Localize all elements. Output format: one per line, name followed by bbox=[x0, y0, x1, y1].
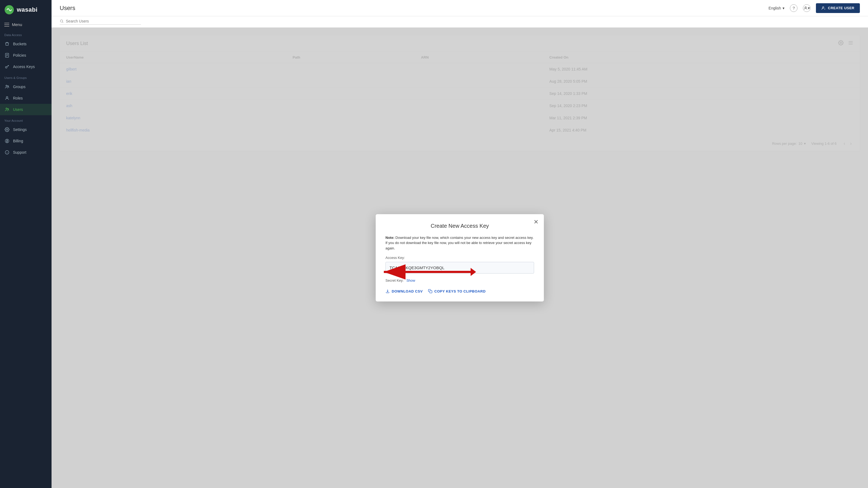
access-key-label: Access Key: bbox=[385, 256, 534, 260]
header-right: English ▾ ? ▾ CREATE USER bbox=[769, 3, 860, 13]
settings-label: Settings bbox=[13, 127, 27, 132]
svg-point-15 bbox=[823, 6, 824, 8]
page-title: Users bbox=[60, 5, 75, 12]
groups-label: Groups bbox=[13, 85, 26, 89]
sidebar-item-settings[interactable]: Settings bbox=[0, 124, 52, 135]
access-keys-label: Access Keys bbox=[13, 65, 35, 69]
roles-label: Roles bbox=[13, 96, 23, 100]
download-csv-button[interactable]: DOWNLOAD CSV bbox=[385, 289, 423, 293]
search-input[interactable] bbox=[66, 19, 141, 23]
modal-note: Note: Download your key file now, which … bbox=[385, 235, 534, 251]
svg-point-7 bbox=[8, 86, 9, 87]
users-label: Users bbox=[13, 107, 23, 112]
toolbar bbox=[52, 16, 868, 28]
access-key-input[interactable] bbox=[385, 262, 534, 273]
roles-icon bbox=[4, 95, 10, 101]
svg-point-16 bbox=[60, 20, 63, 22]
menu-label: Menu bbox=[12, 22, 22, 27]
search-bar[interactable] bbox=[60, 19, 141, 25]
secret-key-row: Secret Key: Show bbox=[385, 279, 534, 283]
bucket-icon bbox=[4, 41, 10, 46]
svg-point-5 bbox=[5, 66, 7, 68]
modal-close-button[interactable]: ✕ bbox=[533, 219, 538, 226]
sidebar: wasabi Menu Data Access Buckets Policies bbox=[0, 0, 52, 488]
download-icon bbox=[385, 289, 390, 293]
svg-point-11 bbox=[6, 129, 8, 130]
sidebar-item-groups[interactable]: Groups bbox=[0, 81, 52, 93]
sidebar-item-users[interactable]: Users bbox=[0, 104, 52, 115]
svg-point-6 bbox=[6, 85, 7, 87]
sidebar-item-policies[interactable]: Policies bbox=[0, 50, 52, 61]
policies-icon bbox=[4, 53, 10, 58]
chevron-down-icon: ▾ bbox=[782, 6, 784, 10]
svg-point-9 bbox=[6, 108, 7, 109]
svg-point-10 bbox=[8, 108, 9, 109]
svg-rect-23 bbox=[430, 291, 432, 293]
menu-button[interactable]: Menu bbox=[0, 20, 52, 30]
access-keys-icon bbox=[4, 64, 10, 69]
main-content: Users English ▾ ? ▾ CREATE USER bbox=[52, 0, 868, 488]
modal: Create New Access Key ✕ Note: Download y… bbox=[376, 214, 544, 302]
copy-icon bbox=[428, 289, 432, 293]
logo-text: wasabi bbox=[17, 6, 37, 13]
sidebar-item-billing[interactable]: Billing bbox=[0, 135, 52, 147]
create-user-button[interactable]: CREATE USER bbox=[816, 3, 860, 13]
modal-title: Create New Access Key bbox=[385, 223, 534, 229]
section-users-groups: Users & Groups bbox=[0, 72, 52, 81]
secret-key-label: Secret Key: bbox=[385, 279, 404, 283]
support-label: Support bbox=[13, 150, 26, 155]
section-your-account: Your Account bbox=[0, 115, 52, 124]
modal-overlay[interactable]: Create New Access Key ✕ Note: Download y… bbox=[52, 28, 868, 488]
user-account-icon[interactable]: ▾ bbox=[803, 4, 810, 12]
create-user-label: CREATE USER bbox=[828, 6, 855, 10]
section-data-access: Data Access bbox=[0, 30, 52, 38]
buckets-label: Buckets bbox=[13, 42, 27, 46]
users-icon bbox=[4, 107, 10, 112]
download-csv-label: DOWNLOAD CSV bbox=[392, 289, 423, 293]
settings-icon bbox=[4, 127, 10, 132]
show-secret-key-button[interactable]: Show bbox=[406, 279, 415, 283]
language-label: English bbox=[769, 6, 781, 10]
billing-icon bbox=[4, 138, 10, 144]
policies-label: Policies bbox=[13, 53, 26, 58]
help-icon[interactable]: ? bbox=[790, 4, 798, 12]
billing-label: Billing bbox=[13, 139, 23, 143]
sidebar-item-support[interactable]: Support bbox=[0, 147, 52, 158]
language-selector[interactable]: English ▾ bbox=[769, 6, 784, 10]
groups-icon bbox=[4, 84, 10, 90]
sidebar-item-roles[interactable]: Roles bbox=[0, 93, 52, 104]
header: Users English ▾ ? ▾ CREATE USER bbox=[52, 0, 868, 16]
search-icon bbox=[60, 19, 64, 23]
content-area: Users List bbox=[52, 28, 868, 488]
svg-point-8 bbox=[6, 97, 8, 98]
copy-keys-button[interactable]: COPY KEYS TO CLIPBOARD bbox=[428, 289, 486, 293]
modal-note-bold: Note: bbox=[385, 236, 394, 240]
modal-actions: DOWNLOAD CSV COPY KEYS TO CLIPBOARD bbox=[385, 289, 534, 293]
wasabi-logo-icon bbox=[4, 5, 14, 14]
sidebar-item-buckets[interactable]: Buckets bbox=[0, 38, 52, 50]
sidebar-logo: wasabi bbox=[0, 0, 52, 20]
sidebar-item-access-keys[interactable]: Access Keys bbox=[0, 61, 52, 72]
svg-point-14 bbox=[805, 6, 806, 8]
copy-keys-label: COPY KEYS TO CLIPBOARD bbox=[434, 289, 486, 293]
modal-note-text: Download your key file now, which contai… bbox=[385, 236, 533, 250]
support-icon bbox=[4, 150, 10, 155]
hamburger-icon bbox=[4, 23, 9, 27]
